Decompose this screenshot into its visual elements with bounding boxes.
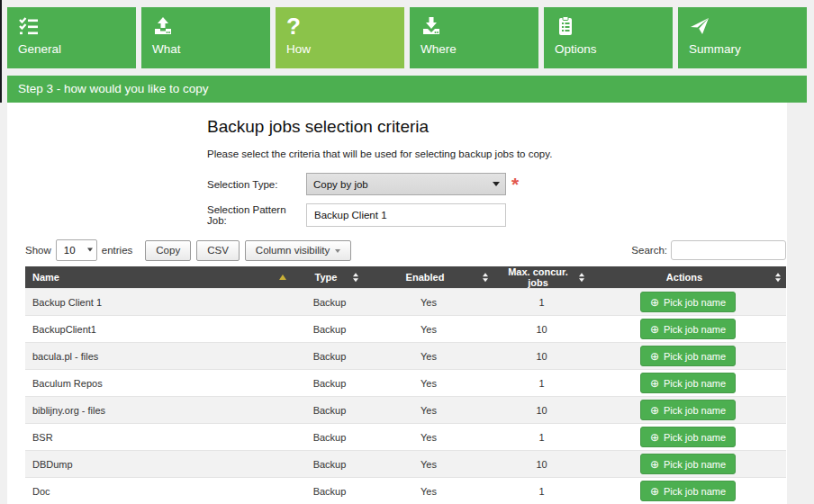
copy-button[interactable]: Copy (145, 240, 191, 261)
job-enabled-cell: Yes (364, 424, 493, 451)
pick-job-name-button[interactable]: ⊕Pick job name (640, 292, 736, 312)
window-edge (0, 0, 2, 103)
job-name-cell: Baculum Repos (25, 370, 295, 397)
plus-circle-icon: ⊕ (650, 458, 659, 471)
search-label: Search: (631, 245, 667, 256)
job-max-concur-cell: 10 (493, 451, 590, 478)
plus-circle-icon: ⊕ (650, 377, 659, 390)
job-max-concur-cell: 10 (493, 397, 590, 424)
column-header-actions[interactable]: Actions (590, 266, 786, 289)
pick-job-name-button[interactable]: ⊕Pick job name (640, 400, 736, 420)
job-name-cell: BSR (25, 424, 295, 451)
required-marker: * (511, 180, 519, 189)
tab-what[interactable]: What (141, 7, 270, 68)
selection-pattern-label: Selection Pattern Job: (207, 204, 306, 226)
form-description: Please select the criteria that will be … (207, 148, 787, 159)
column-visibility-button[interactable]: Column visibility (245, 240, 351, 261)
page-length-select[interactable]: 10 (56, 239, 97, 261)
pick-job-name-button[interactable]: ⊕Pick job name (640, 454, 736, 474)
selection-pattern-input[interactable] (306, 203, 506, 227)
job-actions-cell: ⊕Pick job name (590, 397, 786, 424)
step-title-bar: Step 3 - how would you like to copy (7, 76, 807, 103)
upload-icon (152, 15, 259, 39)
job-type-cell: Backup (295, 343, 364, 370)
job-actions-cell: ⊕Pick job name (590, 370, 786, 397)
question-icon: ? (286, 15, 393, 39)
criteria-form: Backup jobs selection criteria Please se… (7, 117, 787, 227)
csv-button[interactable]: CSV (196, 240, 240, 261)
pick-job-name-button[interactable]: ⊕Pick job name (640, 319, 736, 339)
column-header-type[interactable]: Type (295, 266, 364, 289)
pick-job-name-button[interactable]: ⊕Pick job name (640, 427, 736, 447)
tab-label: How (286, 42, 393, 56)
clipboard-icon (555, 15, 662, 39)
wizard-content: Backup jobs selection criteria Please se… (7, 103, 787, 504)
pick-job-name-button[interactable]: ⊕Pick job name (640, 481, 736, 501)
job-enabled-cell: Yes (364, 289, 493, 316)
pick-job-name-button[interactable]: ⊕Pick job name (640, 373, 736, 393)
table-row: BackupClient1 Backup Yes 10 ⊕Pick job na… (25, 316, 786, 343)
job-enabled-cell: Yes (364, 451, 493, 478)
job-type-cell: Backup (295, 397, 364, 424)
tab-general[interactable]: General (7, 7, 136, 68)
job-enabled-cell: Yes (364, 343, 493, 370)
job-actions-cell: ⊕Pick job name (590, 451, 786, 478)
table-row: Backup Client 1 Backup Yes 1 ⊕Pick job n… (25, 289, 786, 316)
job-name-cell: Doc (25, 478, 295, 504)
table-row: bacula.pl - files Backup Yes 10 ⊕Pick jo… (25, 343, 786, 370)
tab-label: What (152, 42, 259, 56)
plus-circle-icon: ⊕ (650, 404, 659, 417)
table-row: Doc Backup Yes 1 ⊕Pick job name (25, 478, 786, 504)
plus-circle-icon: ⊕ (650, 296, 659, 309)
jobs-table-body: Backup Client 1 Backup Yes 1 ⊕Pick job n… (25, 289, 786, 504)
job-type-cell: Backup (295, 478, 364, 504)
job-name-cell: biblijny.org - files (25, 397, 295, 424)
job-actions-cell: ⊕Pick job name (590, 289, 786, 316)
pick-job-name-button[interactable]: ⊕Pick job name (640, 346, 736, 366)
plus-circle-icon: ⊕ (650, 350, 659, 363)
job-name-cell: Backup Client 1 (25, 289, 295, 316)
job-type-cell: Backup (295, 451, 364, 478)
job-max-concur-cell: 1 (493, 424, 590, 451)
column-header-name[interactable]: Name (25, 266, 295, 289)
plus-circle-icon: ⊕ (650, 323, 659, 336)
tab-label: Where (421, 42, 528, 56)
table-row: biblijny.org - files Backup Yes 10 ⊕Pick… (25, 397, 786, 424)
table-row: BSR Backup Yes 1 ⊕Pick job name (25, 424, 786, 451)
table-row: Baculum Repos Backup Yes 1 ⊕Pick job nam… (25, 370, 786, 397)
job-actions-cell: ⊕Pick job name (590, 343, 786, 370)
table-row: DBDump Backup Yes 10 ⊕Pick job name (25, 451, 786, 478)
job-name-cell: BackupClient1 (25, 316, 295, 343)
tasks-icon (18, 15, 125, 39)
job-name-cell: bacula.pl - files (25, 343, 295, 370)
plus-circle-icon: ⊕ (650, 485, 659, 498)
job-max-concur-cell: 1 (493, 478, 590, 504)
tab-label: General (18, 42, 125, 56)
sort-icon (353, 273, 358, 282)
search-input[interactable] (671, 240, 786, 260)
sort-icon (579, 273, 584, 282)
paper-plane-icon (689, 15, 796, 39)
selection-type-select[interactable]: Copy by job (306, 173, 506, 195)
column-header-max-concur-jobs[interactable]: Max. concur. jobs (493, 266, 590, 289)
job-max-concur-cell: 10 (493, 316, 590, 343)
job-enabled-cell: Yes (364, 370, 493, 397)
tab-summary[interactable]: Summary (678, 7, 807, 68)
job-actions-cell: ⊕Pick job name (590, 478, 786, 504)
tab-options[interactable]: Options (544, 7, 673, 68)
entries-label: entries (102, 245, 133, 256)
tab-how[interactable]: ? How (276, 7, 404, 68)
form-title: Backup jobs selection criteria (207, 117, 787, 137)
job-enabled-cell: Yes (364, 478, 493, 504)
caret-down-icon (335, 249, 340, 253)
job-max-concur-cell: 1 (493, 289, 590, 316)
job-name-cell: DBDump (25, 451, 295, 478)
column-header-enabled[interactable]: Enabled (364, 266, 493, 289)
job-type-cell: Backup (295, 370, 364, 397)
jobs-datatable: Show 10 entries Copy CSV Column visibili… (25, 239, 786, 504)
selection-type-label: Selection Type: (207, 179, 306, 190)
job-type-cell: Backup (295, 289, 364, 316)
tab-where[interactable]: Where (410, 7, 538, 68)
job-actions-cell: ⊕Pick job name (590, 316, 786, 343)
job-enabled-cell: Yes (364, 397, 493, 424)
